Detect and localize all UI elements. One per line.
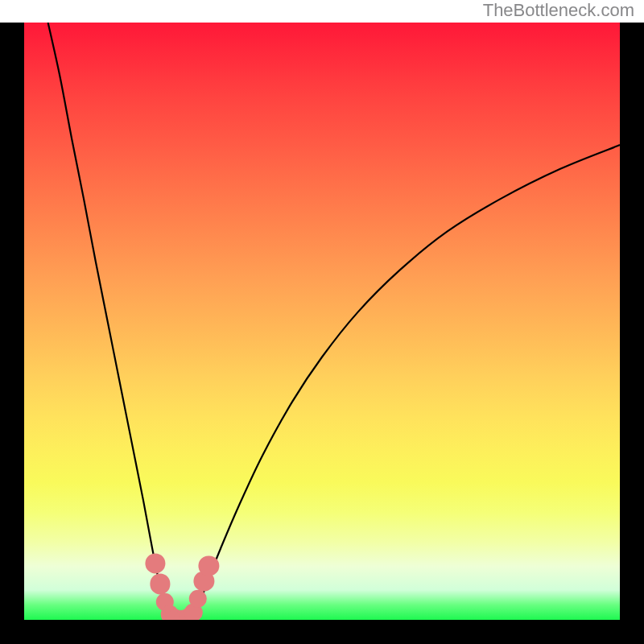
curve-left-arm bbox=[48, 23, 173, 617]
chart-plot-area bbox=[24, 23, 620, 620]
chart-frame bbox=[0, 23, 644, 644]
curve-right-arm bbox=[191, 145, 620, 617]
chart-curves bbox=[24, 23, 620, 620]
attribution-text: TheBottleneck.com bbox=[483, 0, 634, 21]
